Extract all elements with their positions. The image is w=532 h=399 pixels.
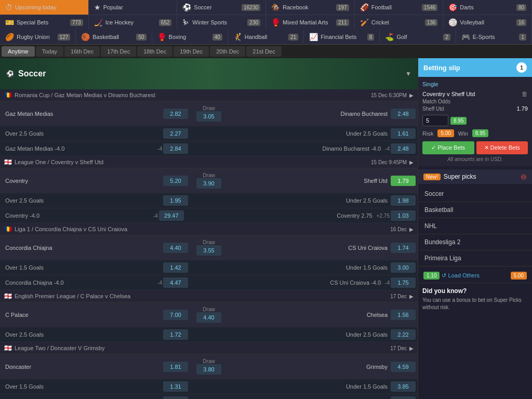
away-odds-btn[interactable]: 1.79	[391, 176, 416, 186]
home-hcap-btn[interactable]: 2.84	[163, 143, 188, 154]
away-goals-btn[interactable]: 3.00	[391, 262, 416, 273]
date-tab-anytime[interactable]: Anytime	[2, 46, 35, 57]
away-odds-btn[interactable]: 4.59	[391, 362, 416, 372]
away-odds-btn[interactable]: 1.56	[391, 310, 416, 320]
away-goals-btn[interactable]: 2.22	[391, 329, 416, 340]
away-goals: Under 1.5 Goals	[230, 381, 391, 392]
date-tab-18dec[interactable]: 18th Dec	[137, 46, 172, 57]
date-tab-16dec[interactable]: 16th Dec	[64, 46, 100, 57]
away-hcap-btn[interactable]: 1.03	[391, 210, 416, 221]
nav-item-special-bets[interactable]: 🎫 Special Bets 773	[0, 15, 89, 30]
match-row: Doncaster -4.0 -4 1.81 Grimsby -4.0 -4 4…	[0, 394, 418, 399]
home-odds-btn[interactable]: 2.82	[163, 109, 188, 119]
nav-label-ice-hockey: Ice Hockey	[105, 19, 134, 25]
home-goals-btn[interactable]: 1.72	[163, 329, 188, 340]
home-hcap-btn[interactable]: 29.47	[159, 210, 184, 221]
away-goals-btn[interactable]: 3.85	[391, 381, 416, 392]
home-goals-btn[interactable]: 2.27	[163, 128, 188, 139]
place-bets-button[interactable]: ✓ Place Bets	[422, 141, 474, 154]
nav-item-golf[interactable]: ⛳ Golf 2	[380, 30, 456, 44]
home-handicap: Doncaster -4.0	[2, 396, 156, 399]
date-tab-today[interactable]: Today	[36, 46, 63, 57]
slip-delete-icon[interactable]: 🗑	[522, 90, 528, 98]
home-team: Coventry	[2, 175, 163, 187]
nav-item-rugby-union[interactable]: 🏉 Rugby Union 127	[0, 30, 76, 44]
home-goals-btn[interactable]: 1.95	[163, 195, 188, 206]
nav-item-upcoming[interactable]: ⏱ Upcoming today	[0, 0, 89, 15]
draw-odds-btn[interactable]: 3.90	[196, 178, 221, 189]
home-hcap-btn[interactable]: 4.47	[163, 277, 188, 288]
did-you-know: Did you know? You can use a bonus to bet…	[418, 283, 532, 315]
league-row-league-two[interactable]: 🏴󠁧󠁢󠁥󠁮󠁧󠁿 League Two / Doncaster V Grimsby…	[0, 342, 418, 354]
nav-item-ice-hockey[interactable]: 🏒 Ice Hockey 652	[89, 15, 178, 30]
nav-item-darts[interactable]: 🎯 Darts 80	[443, 0, 532, 15]
nav-label-financial-bets: Financial Bets	[321, 34, 356, 40]
draw-odds-btn[interactable]: 3.55	[196, 245, 221, 256]
collapse-icon[interactable]: ▼	[405, 70, 411, 77]
super-picks-close-icon[interactable]: ⊖	[521, 172, 527, 181]
nav-item-cricket[interactable]: 🏏 Cricket 136	[355, 15, 444, 30]
nav-item-handball[interactable]: 🤾 Handball 21	[228, 30, 304, 44]
away-hcap-btn[interactable]: 4.59	[391, 396, 416, 399]
home-goals-btn[interactable]: 1.31	[163, 381, 188, 392]
load-others-button[interactable]: ↺ Load Others	[442, 272, 508, 279]
nav-item-mixed-martial-arts[interactable]: 🥊 Mixed Martial Arts 211	[266, 15, 355, 30]
away-hcap-btn[interactable]: 2.48	[391, 143, 416, 154]
draw-odds-btn[interactable]: 3.80	[196, 364, 221, 375]
nav-label-upcoming: Upcoming today	[15, 4, 57, 10]
nav-item-racebook[interactable]: 🏇 Racebook 197	[266, 0, 355, 15]
home-odds-btn[interactable]: 5.20	[163, 176, 188, 186]
home-goals-btn[interactable]: 1.42	[163, 262, 188, 273]
away-goals-btn[interactable]: 1.98	[391, 195, 416, 206]
sport-header[interactable]: ⚽ Soccer ▼	[0, 58, 418, 89]
date-tab-21dec[interactable]: 21st Dec	[246, 46, 281, 57]
league-row-league-one[interactable]: 🏴󠁧󠁢󠁥󠁮󠁧󠁿 League One / Coventry v Sheff Ut…	[0, 156, 418, 168]
slip-usd-note: All amounts are in USD.	[422, 156, 528, 162]
nav-icon-special-bets: 🎫	[5, 18, 14, 26]
betting-slip-title: Betting slip	[423, 64, 516, 72]
nav-count-boxing: 40	[212, 34, 222, 41]
nav-label-darts: Darts	[460, 4, 473, 10]
slip-stake-input[interactable]	[422, 115, 448, 126]
away-goals-btn[interactable]: 1.61	[391, 128, 416, 139]
nav-item-e-sports[interactable]: 🎮 E-Sports 1	[456, 30, 532, 44]
league-row-liga-1[interactable]: 🇷🇴 Liga 1 / Concordia Chiajna v CS Uni C…	[0, 223, 418, 235]
league-flag: 🏴󠁧󠁢󠁥󠁮󠁧󠁿	[4, 158, 12, 166]
draw-odds-btn[interactable]: 4.40	[196, 312, 221, 323]
sport-icon: ⚽	[6, 70, 14, 77]
nav-item-basketball[interactable]: 🏀 Basketball 50	[76, 30, 152, 44]
nav-item-football[interactable]: 🏈 Football 1546	[355, 0, 444, 15]
draw-odds-btn[interactable]: 3.05	[196, 111, 221, 122]
delete-bets-button[interactable]: ✕ Delete Bets	[476, 141, 528, 154]
date-tabs: AnytimeToday16th Dec17th Dec18th Dec19th…	[0, 45, 532, 58]
away-odds-btn[interactable]: 1.74	[391, 243, 416, 253]
home-hcap-btn[interactable]: 1.81	[163, 396, 188, 399]
slip-input-row: 8.95	[422, 115, 528, 126]
away-odds-btn[interactable]: 2.48	[391, 109, 416, 119]
nav-icon-winter-sports: ⛷	[182, 18, 190, 26]
super-picks-item[interactable]: Basketball	[418, 202, 532, 218]
super-picks-item[interactable]: Bundesliga 2	[418, 234, 532, 250]
league-row-english-premier[interactable]: 🏴󠁧󠁢󠁥󠁮󠁧󠁿 English Premier League / C Palac…	[0, 290, 418, 302]
nav-item-soccer[interactable]: ⚽ Soccer 16230	[177, 0, 266, 15]
league-arrow-icon: ▶	[409, 159, 414, 165]
nav-item-winter-sports[interactable]: ⛷ Winter Sports 230	[177, 15, 266, 30]
super-picks-item[interactable]: NHL	[418, 218, 532, 234]
super-picks-item[interactable]: Primeira Liga	[418, 250, 532, 267]
home-odds-btn[interactable]: 1.81	[163, 362, 188, 372]
date-tab-19dec[interactable]: 19th Dec	[174, 46, 209, 57]
super-picks-item[interactable]: Soccer	[418, 186, 532, 202]
nav-item-financial-bets[interactable]: 📈 Financial Bets 8	[304, 30, 380, 44]
home-odds-btn[interactable]: 7.00	[163, 310, 188, 320]
date-tab-20dec[interactable]: 20th Dec	[210, 46, 245, 57]
nav-count-golf: 2	[443, 34, 450, 41]
nav-item-volleyball[interactable]: 🏐 Volleyball 16	[443, 15, 532, 30]
nav-item-boxing[interactable]: 🥊 Boxing 40	[152, 30, 228, 44]
date-tab-17dec[interactable]: 17th Dec	[101, 46, 136, 57]
footer-badge-green: 1.10	[423, 272, 440, 280]
home-goals: Over 2.5 Goals	[2, 195, 163, 206]
league-row-romania-cup[interactable]: 🇷🇴 Romania Cup / Gaz Metan Medias v Dina…	[0, 89, 418, 101]
nav-item-popular[interactable]: ★ Popular	[89, 0, 178, 15]
home-odds-btn[interactable]: 4.40	[163, 243, 188, 253]
away-hcap-btn[interactable]: 1.75	[391, 277, 416, 288]
